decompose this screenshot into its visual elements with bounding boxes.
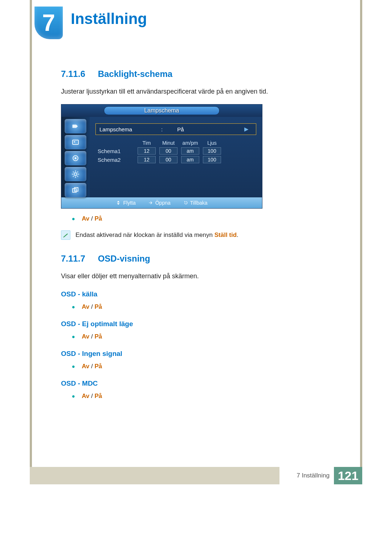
sub-osd-ingensignal: OSD - Ingen signal — [61, 350, 330, 358]
option-av-pa-3: • Av / På — [72, 333, 330, 340]
sub-osd-mdc: OSD - MDC — [61, 379, 330, 387]
osd-selected-row[interactable]: Lampschema : På ▶ — [95, 123, 256, 135]
svg-point-1 — [74, 141, 75, 143]
osd-row1-label: Schema1 — [98, 148, 134, 154]
osd-row1-tim[interactable]: 12 — [138, 147, 156, 155]
option-av-pa-1: • Av / På — [72, 215, 330, 222]
osd-sidebar-icon-picture[interactable] — [65, 135, 86, 149]
osd-footer-back: Tillbaka — [183, 200, 208, 206]
section2-body: Visar eller döljer ett menyalternativ på… — [61, 272, 330, 281]
osd-sidebar-icon-setup[interactable] — [65, 167, 86, 181]
page-footer: 7 Inställning 121 — [297, 467, 362, 484]
osd-row-prefix: : — [161, 126, 163, 132]
osd-panel: Lampschema Lampschema : På ▶ Tim — [61, 104, 262, 209]
sub-osd-kalla: OSD - källa — [61, 290, 330, 298]
section-heading-osd: 7.11.7 OSD-visning — [61, 254, 330, 264]
bullet-icon: • — [72, 391, 75, 401]
osd-row2-min[interactable]: 00 — [159, 156, 177, 163]
osd-footer: Flytta Öppna Tillbaka — [61, 197, 262, 208]
return-icon — [183, 200, 188, 205]
note-row: Endast aktiverad när klockan är inställd… — [61, 230, 330, 240]
bullet-icon: • — [72, 302, 75, 312]
osd-row2-tim[interactable]: 12 — [138, 156, 156, 163]
chapter-number-badge: 7 — [34, 7, 63, 39]
bullet-icon: • — [72, 214, 75, 224]
move-icon — [116, 200, 121, 205]
note-icon — [61, 230, 70, 240]
section-body: Justerar ljusstyrkan till ett användarsp… — [61, 87, 330, 96]
osd-sidebar — [61, 117, 90, 197]
osd-col-minut: Minut — [159, 140, 177, 146]
option-on: På — [94, 215, 102, 222]
svg-point-4 — [74, 173, 77, 176]
page-number: 121 — [334, 467, 362, 484]
option-off: Av — [82, 215, 89, 222]
bullet-icon: • — [72, 362, 75, 372]
section-number: 7.11.6 — [61, 69, 95, 79]
osd-row2-label: Schema2 — [98, 157, 134, 163]
enter-icon — [148, 200, 153, 205]
note-link: Ställ tid — [215, 231, 237, 238]
osd-col-tim: Tim — [138, 140, 156, 146]
option-av-pa-5: • Av / På — [72, 393, 330, 400]
osd-col-ljus: Ljus — [203, 140, 221, 146]
osd-row1-ampm[interactable]: am — [181, 147, 199, 155]
sub-osd-ejoptimalt: OSD - Ej optimalt läge — [61, 320, 330, 328]
osd-row-value: På — [177, 126, 184, 132]
page-stripe-right — [360, 0, 362, 472]
svg-point-3 — [75, 157, 77, 159]
osd-sidebar-icon-input[interactable] — [65, 119, 86, 134]
osd-footer-open: Öppna — [148, 200, 171, 206]
osd-sidebar-icon-multi[interactable] — [65, 183, 86, 197]
osd-row-label: Lampschema — [99, 126, 147, 132]
bullet-icon: • — [72, 332, 75, 342]
arrow-right-icon[interactable]: ▶ — [244, 126, 249, 132]
osd-footer-move: Flytta — [116, 200, 135, 206]
footer-stripe — [30, 467, 279, 484]
osd-col-ampm: am/pm — [181, 140, 199, 146]
chapter-title: Inställning — [71, 10, 147, 28]
osd-table: Tim Minut am/pm Ljus Schema1 12 00 am 10… — [98, 140, 256, 163]
section-title: Backlight-schema — [98, 69, 172, 79]
page-content: 7.11.6 Backlight-schema Justerar ljussty… — [61, 69, 330, 405]
osd-title: Lampschema — [104, 106, 219, 115]
page-stripe-left — [30, 0, 32, 472]
note-text: Endast aktiverad när klockan är inställd… — [75, 231, 238, 239]
section-heading-backlight: 7.11.6 Backlight-schema — [61, 69, 330, 79]
osd-row2-ampm[interactable]: am — [181, 156, 199, 163]
footer-label: 7 Inställning — [297, 472, 330, 479]
option-av-pa-2: • Av / På — [72, 303, 330, 311]
svg-rect-0 — [73, 140, 78, 144]
osd-title-bar: Lampschema — [61, 104, 262, 117]
option-av-pa-4: • Av / På — [72, 363, 330, 370]
osd-row2-ljus[interactable]: 100 — [203, 156, 221, 163]
osd-sidebar-icon-sound[interactable] — [65, 151, 86, 165]
osd-row1-ljus[interactable]: 100 — [203, 147, 221, 155]
osd-main: Lampschema : På ▶ Tim Minut am/pm Ljus S… — [90, 117, 262, 197]
osd-row1-min[interactable]: 00 — [159, 147, 177, 155]
